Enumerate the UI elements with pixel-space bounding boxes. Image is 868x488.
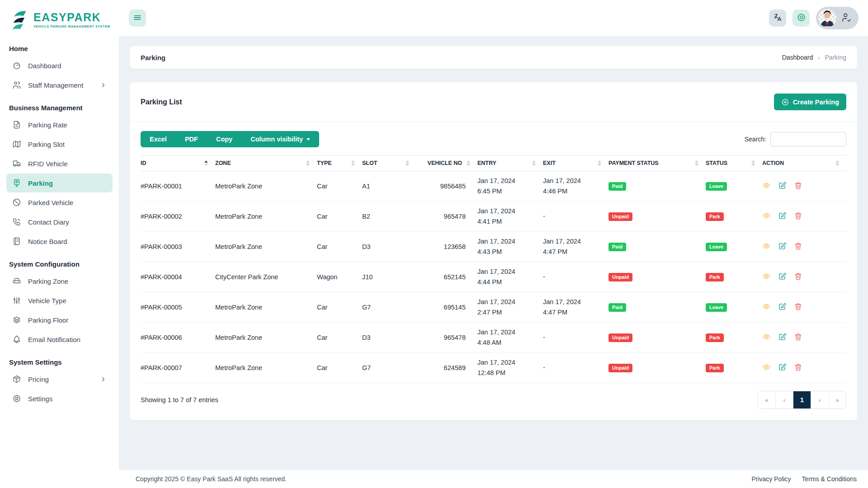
view-button[interactable] [762, 181, 771, 191]
sidebar-item-pricing[interactable]: Pricing [6, 370, 113, 389]
column-header-id[interactable]: ID [141, 155, 215, 171]
sidebar-item-label: Notice Board [28, 238, 67, 245]
package-icon [12, 375, 21, 384]
parking-meter-icon [12, 178, 21, 188]
sidebar-item-parking-slot[interactable]: Parking Slot [6, 135, 113, 154]
breadcrumb-parking: Parking [825, 54, 846, 61]
last-page-button[interactable]: » [828, 391, 846, 408]
settings-button[interactable] [793, 9, 810, 27]
payment-status-badge: Paid [609, 243, 626, 251]
column-header-payment-status[interactable]: PAYMENT STATUS [609, 155, 706, 171]
cell-exit: Jan 17, 20244:46 PM [543, 171, 609, 202]
cell-zone: MetroPark Zone [215, 232, 317, 262]
edit-button[interactable] [778, 363, 787, 373]
delete-button[interactable] [794, 272, 802, 282]
sidebar-item-email-notification[interactable]: Email Notification [6, 330, 113, 349]
profile-menu[interactable] [816, 7, 859, 29]
sort-icon[interactable] [306, 160, 310, 166]
sidebar-section-home: Home [9, 45, 110, 52]
delete-button[interactable] [794, 302, 802, 312]
sidebar-item-vehicle-type[interactable]: Vehicle Type [6, 291, 113, 310]
sidebar-item-label: Staff Management [28, 81, 83, 89]
cell-type: Car [317, 323, 362, 353]
cell-zone: MetroPark Zone [215, 323, 317, 353]
cell-entry: Jan 17, 20246:45 PM [477, 171, 543, 202]
sidebar-item-parking-floor[interactable]: Parking Floor [6, 310, 113, 329]
pdf-export-button[interactable]: PDF [176, 131, 207, 147]
dashboard-icon [12, 61, 21, 70]
edit-button[interactable] [778, 272, 787, 282]
sort-icon[interactable] [695, 160, 698, 166]
view-button[interactable] [762, 302, 771, 312]
column-header-entry[interactable]: ENTRY [477, 155, 543, 171]
sidebar-item-dashboard[interactable]: Dashboard [6, 56, 113, 75]
sort-icon[interactable] [351, 160, 355, 166]
language-button[interactable] [769, 9, 786, 27]
edit-button[interactable] [778, 211, 787, 221]
column-header-exit[interactable]: EXIT [543, 155, 609, 171]
breadcrumb-dashboard[interactable]: Dashboard [782, 54, 813, 61]
view-button[interactable] [762, 363, 771, 373]
column-header-status[interactable]: STATUS [706, 155, 762, 171]
sidebar-item-notice-board[interactable]: Notice Board [6, 232, 113, 251]
column-header-slot[interactable]: SLOT [362, 155, 416, 171]
column-visibility-button[interactable]: Column visibility [241, 131, 319, 147]
column-label: EXIT [543, 160, 556, 166]
delete-button[interactable] [794, 242, 802, 252]
privacy-policy-link[interactable]: Privacy Policy [751, 475, 791, 483]
view-button[interactable] [762, 211, 771, 221]
edit-button[interactable] [778, 302, 787, 312]
delete-button[interactable] [794, 333, 802, 343]
sidebar-toggle-button[interactable] [129, 9, 146, 27]
page-number-button[interactable]: 1 [793, 391, 811, 408]
sort-icon[interactable] [598, 160, 601, 166]
sidebar-item-contact-diary[interactable]: Contact Diary [6, 212, 113, 231]
create-parking-button[interactable]: Create Parking [774, 94, 846, 110]
delete-button[interactable] [794, 363, 802, 373]
sort-icon[interactable] [532, 160, 536, 166]
search-input[interactable] [770, 132, 846, 146]
sidebar-item-parking-rate[interactable]: Parking Rate [6, 115, 113, 134]
first-page-button[interactable]: « [758, 391, 775, 408]
view-button[interactable] [762, 272, 771, 282]
previous-page-button[interactable]: ‹ [775, 391, 793, 408]
sort-icon[interactable] [751, 160, 755, 166]
column-header-vehicle-no[interactable]: VEHICLE NO [416, 155, 477, 171]
sidebar-item-parking-zone[interactable]: Parking Zone [6, 272, 113, 291]
view-button[interactable] [762, 242, 771, 252]
sidebar-item-label: Settings [28, 395, 52, 403]
sort-icon[interactable] [467, 160, 470, 166]
sort-icon[interactable] [204, 160, 208, 166]
edit-button[interactable] [778, 242, 787, 252]
delete-button[interactable] [794, 211, 802, 221]
brand-name: EASYPARK [33, 12, 110, 23]
sidebar-item-parking[interactable]: Parking [6, 174, 113, 192]
edit-button[interactable] [778, 181, 787, 191]
cell-type: Car [317, 353, 362, 383]
copy-export-button[interactable]: Copy [207, 131, 241, 147]
app-logo[interactable]: EASYPARK VEHICLE PARKING MANAGEMENT SYST… [6, 4, 113, 35]
sidebar-item-staff-management[interactable]: Staff Management [6, 75, 113, 94]
next-page-button[interactable]: › [811, 391, 828, 408]
edit-icon [778, 333, 787, 343]
column-header-type[interactable]: TYPE [317, 155, 362, 171]
edit-button[interactable] [778, 333, 787, 343]
sidebar-item-rfid-vehicle[interactable]: RFID Vehicle [6, 154, 113, 173]
eye-icon [762, 363, 771, 373]
payment-status-badge: Unpaid [609, 212, 632, 221]
view-button[interactable] [762, 333, 771, 343]
column-header-zone[interactable]: ZONE [215, 155, 317, 171]
cell-entry: Jan 17, 20244:48 AM [477, 323, 543, 353]
layers-icon [12, 315, 21, 324]
sort-icon[interactable] [406, 160, 409, 166]
sidebar-item-settings[interactable]: Settings [6, 389, 113, 408]
cell-id: #PARK-00006 [141, 323, 215, 353]
terms-conditions-link[interactable]: Terms & Conditions [802, 475, 857, 483]
excel-export-button[interactable]: Excel [141, 131, 176, 147]
sidebar-item-parked-vehicle[interactable]: Parked Vehicle [6, 193, 113, 212]
sort-icon[interactable] [835, 160, 839, 166]
breadcrumb: Dashboard › Parking [782, 54, 846, 61]
column-header-action[interactable]: ACTION [762, 155, 846, 171]
sidebar-section-business-management: Business Management [9, 104, 110, 112]
delete-button[interactable] [794, 181, 802, 191]
